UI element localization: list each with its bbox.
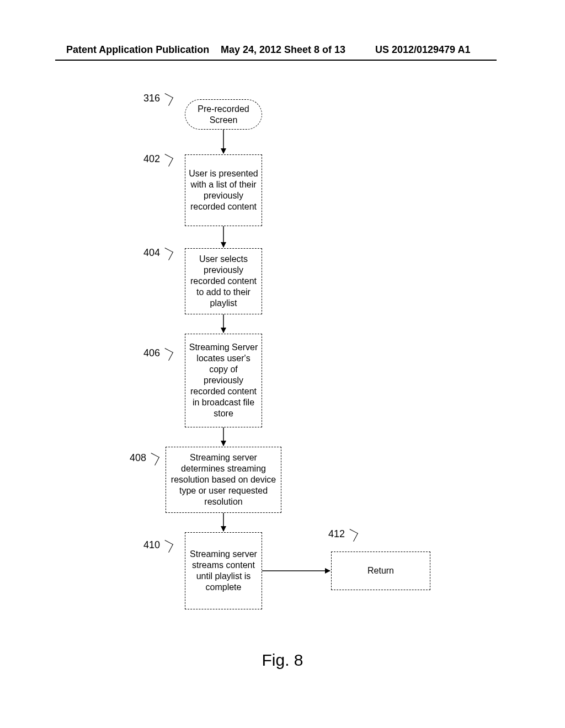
header-right: US 2012/0129479 A1 (375, 44, 470, 56)
ref-tick-316 (161, 93, 173, 106)
header-left: Patent Application Publication (66, 44, 209, 56)
node-text: Return (367, 565, 394, 576)
node-text: Streaming server determines streaming re… (169, 452, 278, 507)
ref-tick-402 (161, 154, 173, 167)
node-server-streams-content: Streaming server streams content until p… (185, 532, 262, 609)
ref-tick-408 (147, 453, 159, 465)
node-text: Streaming server streams content until p… (189, 549, 258, 593)
node-pre-recorded-screen: Pre-recorded Screen (185, 99, 262, 130)
ref-404: 404 (127, 247, 160, 259)
node-text: Streaming Server locates user's copy of … (189, 342, 258, 419)
node-user-presented-list: User is presented with a list of their p… (185, 154, 262, 226)
ref-406: 406 (127, 347, 160, 359)
page: Patent Application Publication May 24, 2… (0, 0, 565, 728)
ref-tick-410 (161, 540, 173, 553)
node-text: User is presented with a list of their p… (189, 168, 258, 212)
node-user-selects-content: User selects previously recorded content… (185, 248, 262, 314)
node-server-determines-resolution: Streaming server determines streaming re… (166, 447, 281, 513)
ref-tick-406 (161, 348, 173, 361)
header-mid: May 24, 2012 Sheet 8 of 13 (221, 44, 345, 56)
ref-408: 408 (113, 452, 146, 464)
node-server-locates-copy: Streaming Server locates user's copy of … (185, 334, 262, 427)
figure-caption: Fig. 8 (0, 651, 565, 670)
ref-tick-404 (161, 248, 173, 260)
ref-402: 402 (127, 153, 160, 165)
node-text: Pre-recorded Screen (189, 104, 258, 126)
flow-connectors (0, 0, 565, 728)
node-text: User selects previously recorded content… (189, 254, 258, 309)
ref-412: 412 (312, 528, 345, 540)
ref-316: 316 (127, 93, 160, 104)
ref-410: 410 (127, 539, 160, 551)
ref-tick-412 (345, 529, 358, 542)
node-return: Return (331, 552, 430, 590)
header-rule (55, 60, 497, 61)
